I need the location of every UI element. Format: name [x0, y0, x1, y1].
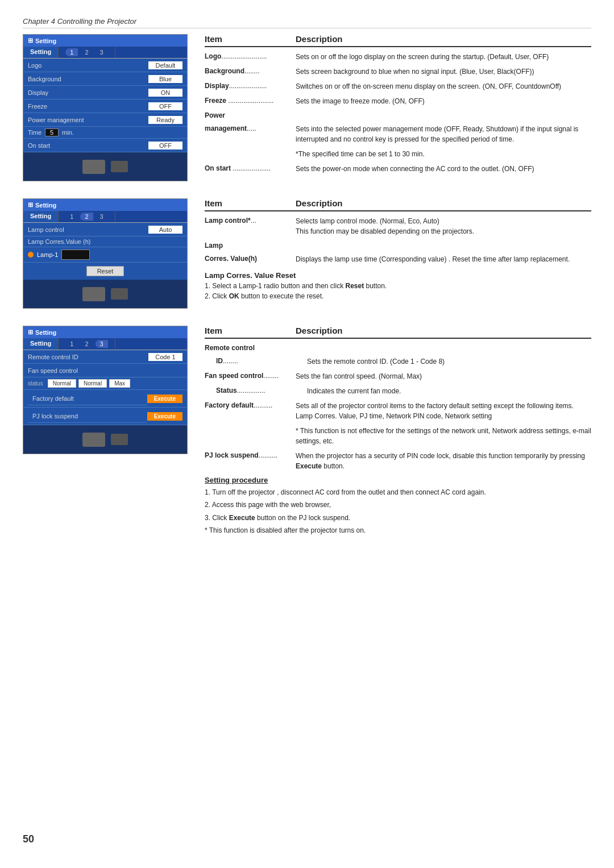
col-desc-header-1: Description — [296, 34, 591, 44]
panel3-factory-execute-btn[interactable]: Execute — [147, 394, 182, 403]
item-remote-heading-name: Remote control — [205, 343, 296, 352]
panel1-freeze-value: OFF — [148, 102, 182, 110]
panel1-freeze-label: Freeze — [28, 103, 148, 110]
procedure-list: 1. Turn off the projector , disconnect A… — [205, 487, 591, 537]
panel1-tab3[interactable]: 3 — [96, 48, 108, 56]
item-freeze-name: Freeze ........................ — [205, 96, 296, 105]
item-status-desc: Indicates the current fan mode. — [307, 386, 591, 396]
panel2-lamp-input-row: Lamp-1 — [23, 247, 187, 263]
lamp-corres-heading: Lamp Corres. Value Reset — [205, 271, 591, 280]
item-lamp-control: Lamp control*... Selects lamp control mo… — [205, 216, 591, 236]
panel3-remote-value: Code 1 — [148, 353, 182, 361]
col-item-header-3: Item — [205, 326, 296, 335]
panel1-tab-numbers[interactable]: 1 2 3 — [59, 47, 115, 58]
panel1-time-row: Time 5 min. — [23, 127, 187, 139]
desc-table-2: Item Description Lamp control*... Select… — [205, 198, 591, 302]
item-bg-desc: Sets screen background to blue when no s… — [296, 67, 591, 77]
col-item-header-2: Item — [205, 198, 296, 208]
item-remote-id-desc: Sets the remote control ID. (Code 1 - Co… — [307, 356, 591, 367]
projector-icon-5 — [82, 433, 105, 447]
panel-header-1: Setting — [23, 35, 187, 47]
panel2-lamp-ctrl-value: Auto — [148, 226, 182, 234]
panel2-tabs: Setting 1 2 3 — [23, 211, 187, 223]
panel1-time-input[interactable]: 5 — [45, 128, 59, 136]
panel1-row-logo: Logo Default — [23, 59, 187, 72]
desc-table-2-header: Item Description — [205, 198, 591, 211]
chapter-title: Chapter 4 Controlling the Projector — [23, 17, 591, 28]
item-remote-id: ID........ Sets the remote control ID. (… — [205, 356, 591, 367]
lamp-corres-step1: 1. Select a Lamp-1 radio button and then… — [205, 282, 591, 290]
projector-icon-4 — [111, 288, 128, 300]
setting-panel-2: Setting Setting 1 2 3 Lamp control Auto … — [23, 198, 188, 309]
col-desc-header-3: Description — [296, 326, 591, 335]
panel1-tab2[interactable]: 2 — [80, 48, 93, 56]
panel1-row-freeze: Freeze OFF — [23, 99, 187, 113]
projector-icon-2 — [111, 161, 128, 172]
item-lamp-ctrl-name: Lamp control*... — [205, 216, 296, 225]
item-fan-speed-desc: Sets the fan control speed. (Normal, Max… — [296, 371, 591, 381]
panel2-lamp-ctrl-label: Lamp control — [28, 226, 148, 233]
item-logo-desc: Sets on or off the logo display on the s… — [296, 52, 591, 62]
panel2-tab-2[interactable]: 2 — [80, 213, 93, 221]
item-freeze-desc: Sets the image to freeze mode. (ON, OFF) — [296, 96, 591, 106]
panel1-tab-1[interactable]: Setting — [23, 47, 59, 58]
panel3-tab-setting[interactable]: Setting — [23, 338, 59, 350]
panel3-fan-normal2-btn[interactable]: Normal — [78, 379, 107, 388]
panel3-pj-lock-execute-btn[interactable]: Execute — [147, 412, 182, 421]
col-desc-header-2: Description — [296, 198, 591, 208]
setting-panel-1: Setting Setting 1 2 3 Logo Default Backg… — [23, 34, 188, 181]
item-freeze: Freeze ........................ Sets the… — [205, 96, 591, 106]
radio-lamp1[interactable] — [28, 252, 34, 258]
execute-bold-2: Execute — [229, 514, 255, 522]
panel2-lamp1-value[interactable] — [61, 250, 90, 260]
panel3-tab-2[interactable]: 2 — [80, 340, 93, 348]
panel2-row-lamp-control: Lamp control Auto — [23, 223, 187, 236]
panel1-row-display: Display ON — [23, 86, 187, 99]
panel2-tab-nums: 1 2 3 — [59, 211, 115, 222]
panel2-reset-button[interactable]: Reset — [86, 266, 125, 276]
setting-panel-3: Setting Setting 1 2 3 Remote control ID … — [23, 326, 188, 454]
panel1-logo-value: Default — [148, 61, 182, 69]
panel1-display-value: ON — [148, 89, 182, 97]
panel2-tab-setting[interactable]: Setting — [23, 211, 59, 222]
panel2-lamp-corres-row: Lamp Corres.Value (h) — [23, 236, 187, 247]
item-factory-default: Factory default.......... Sets all of th… — [205, 401, 591, 421]
panel3-fan-status-row: status Normal Normal Max — [23, 377, 187, 390]
item-fan-speed-name: Fan speed control........ — [205, 371, 296, 380]
desc-table-3: Item Description Remote control ID......… — [205, 326, 591, 538]
item-factory-name: Factory default.......... — [205, 401, 296, 409]
item-power-name: Power — [205, 111, 296, 119]
panel2-tab-3[interactable]: 3 — [96, 213, 108, 221]
panel1-onstart-value: OFF — [148, 142, 182, 149]
panel3-tab-3[interactable]: 3 — [96, 340, 108, 348]
desc-table-1-header: Item Description — [205, 34, 591, 47]
item-mgmt-desc: Sets into the selected power management … — [296, 124, 591, 144]
procedure-step-2: 2. Access this page with the web browser… — [205, 499, 591, 510]
panel3-fan-max-btn[interactable]: Max — [109, 379, 130, 388]
item-background: Background........ Sets screen backgroun… — [205, 67, 591, 77]
panel1-time-unit: min. — [62, 129, 74, 136]
section-2: Setting Setting 1 2 3 Lamp control Auto … — [23, 198, 591, 309]
panel3-tab-1[interactable]: 1 — [65, 340, 78, 348]
panel-header-3: Setting — [23, 326, 187, 338]
item-factory-note-name — [205, 426, 296, 426]
item-onstart-name: On start .................... — [205, 164, 296, 172]
item-corres-desc: Displays the lamp use time (Correspondin… — [296, 254, 591, 264]
panel3-fan-status-label: status — [28, 380, 43, 387]
item-power: Power — [205, 111, 591, 119]
item-lamp-name: Lamp — [205, 241, 296, 250]
panel3-fan-speed-label-row: Fan speed control — [23, 364, 187, 377]
panel1-time-label: Time — [28, 129, 42, 136]
panel1-display-label: Display — [28, 89, 148, 96]
panel2-tab-1[interactable]: 1 — [65, 213, 78, 221]
item-remote-id-name: ID........ — [216, 356, 307, 365]
item-onstart: On start .................... Sets the p… — [205, 164, 591, 174]
item-status: Status............... Indicates the curr… — [205, 386, 591, 396]
item-logo-name: Logo........................ — [205, 52, 296, 60]
panel1-bottom-image — [23, 152, 187, 181]
panel3-fan-speed-label: Fan speed control — [28, 367, 182, 374]
item-lamp-ctrl-desc: Selects lamp control mode. (Normal, Eco,… — [296, 216, 591, 236]
panel1-tab1[interactable]: 1 — [65, 48, 78, 56]
item-display: Display.................... Switches on … — [205, 81, 591, 92]
panel3-fan-normal1-btn[interactable]: Normal — [48, 379, 76, 388]
